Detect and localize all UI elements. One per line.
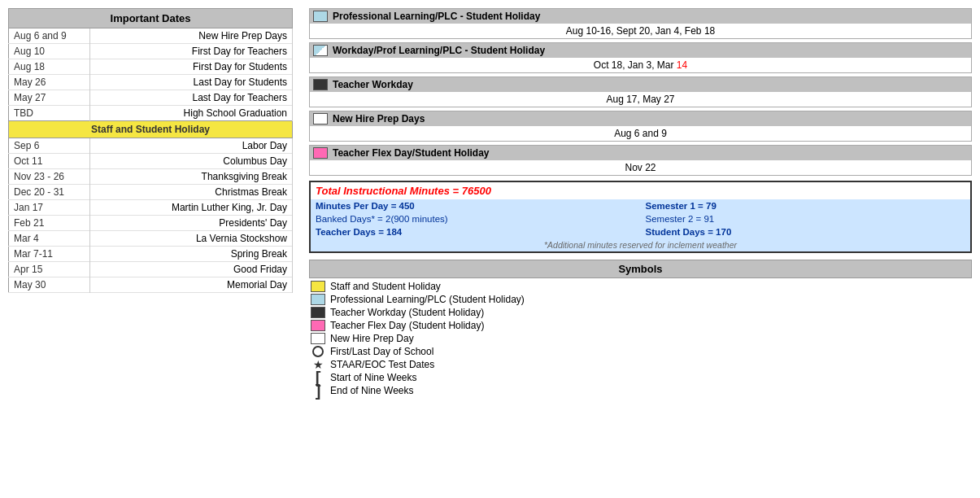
stats-mpd: Minutes Per Day = 450 — [311, 199, 641, 212]
event-date: Feb 21 — [9, 216, 90, 231]
table-row: May 30Memorial Day — [9, 277, 293, 293]
right-top: Professional Learning/PLC - Student Holi… — [309, 8, 972, 176]
legend-workday-header: Workday/Prof Learning/PLC - Student Holi… — [310, 43, 971, 58]
event-date: May 27 — [9, 90, 90, 106]
holiday-header: Staff and Student Holiday — [9, 121, 293, 138]
event-date: Oct 11 — [9, 154, 90, 169]
event-date: May 26 — [9, 75, 90, 90]
symbols-title: Symbols — [309, 260, 972, 278]
event-date: May 30 — [9, 277, 90, 293]
event-name: La Vernia Stockshow — [90, 231, 293, 247]
legend-plc-label: Professional Learning/PLC - Student Holi… — [333, 11, 540, 22]
event-date: Jan 17 — [9, 200, 90, 216]
left-panel: Important Dates Aug 6 and 9New Hire Prep… — [8, 8, 293, 490]
plc-swatch — [313, 11, 328, 22]
event-name: Columbus Day — [90, 154, 293, 169]
symbol-row: Staff and Student Holiday — [309, 280, 972, 293]
symbol-label: Professional Learning/PLC (Student Holid… — [330, 294, 525, 305]
table-row: May 26Last Day for Students — [9, 75, 293, 90]
legend-workday: Workday/Prof Learning/PLC - Student Holi… — [309, 42, 972, 73]
table-row: Aug 6 and 9New Hire Prep Days — [9, 28, 293, 44]
event-name: Last Day for Students — [90, 75, 293, 90]
table-row: Mar 4La Vernia Stockshow — [9, 231, 293, 247]
table-row: Mar 7-11Spring Break — [9, 247, 293, 262]
event-name: Presidents' Day — [90, 216, 293, 231]
stats-note: *Additional minutes reserved for incleme… — [311, 238, 970, 251]
stats-banked: Banked Days* = 2(900 minutes) — [311, 212, 641, 225]
stats-student-days: Student Days = 170 — [641, 225, 971, 238]
teacher-workday-swatch — [313, 79, 328, 90]
symbol-row: ]End of Nine Weeks — [309, 384, 972, 397]
table-row: Feb 21Presidents' Day — [9, 216, 293, 231]
table-row: Apr 15Good Friday — [9, 262, 293, 277]
workday-swatch — [313, 45, 328, 56]
legend-flex-day-header: Teacher Flex Day/Student Holiday — [310, 146, 971, 160]
stats-box: Total Instructional Minutes = 76500 Minu… — [309, 181, 972, 253]
event-date: Apr 15 — [9, 262, 90, 277]
event-name: Memorial Day — [90, 277, 293, 293]
event-date: Aug 6 and 9 — [9, 28, 90, 44]
symbol-label: Teacher Flex Day (Student Holiday) — [330, 320, 484, 331]
event-date: TBD — [9, 106, 90, 121]
legend-teacher-workday: Teacher Workday Aug 17, May 27 — [309, 76, 972, 107]
pink-icon — [311, 320, 325, 331]
symbol-label: Teacher Workday (Student Holiday) — [330, 307, 484, 318]
new-hire-swatch — [313, 113, 328, 124]
event-name: Labor Day — [90, 138, 293, 154]
event-date: Aug 18 — [9, 59, 90, 75]
event-name: Good Friday — [90, 262, 293, 277]
legend-new-hire-dates: Aug 6 and 9 — [310, 126, 971, 141]
table-row: Oct 11Columbus Day — [9, 154, 293, 169]
legend-plc: Professional Learning/PLC - Student Holi… — [309, 8, 972, 39]
symbol-label: Staff and Student Holiday — [330, 281, 441, 292]
symbol-row: Teacher Flex Day (Student Holiday) — [309, 319, 972, 332]
symbol-label: STAAR/EOC Test Dates — [330, 359, 434, 370]
event-name: First Day for Teachers — [90, 44, 293, 59]
symbols-section: Symbols Staff and Student HolidayProfess… — [309, 260, 972, 397]
stats-sem1: Semester 1 = 79 — [641, 199, 971, 212]
circle-icon — [311, 346, 325, 357]
symbol-row: Teacher Workday (Student Holiday) — [309, 306, 972, 319]
event-name: First Day for Students — [90, 59, 293, 75]
bracket-close-icon: ] — [311, 385, 325, 396]
event-date: Aug 10 — [9, 44, 90, 59]
stats-title: Total Instructional Minutes = 76500 — [311, 182, 970, 199]
event-name: Martin Luther King, Jr. Day — [90, 200, 293, 216]
event-date: Mar 4 — [9, 231, 90, 247]
legend-teacher-workday-dates: Aug 17, May 27 — [310, 92, 971, 107]
table-row: Jan 17Martin Luther King, Jr. Day — [9, 200, 293, 216]
legend-flex-day: Teacher Flex Day/Student Holiday Nov 22 — [309, 145, 972, 176]
symbol-label: First/Last Day of School — [330, 346, 433, 357]
table-row: May 27Last Day for Teachers — [9, 90, 293, 106]
stats-grid: Minutes Per Day = 450 Semester 1 = 79 Ba… — [311, 199, 970, 238]
event-date: Sep 6 — [9, 138, 90, 154]
symbol-row: ★STAAR/EOC Test Dates — [309, 358, 972, 371]
flex-day-swatch — [313, 147, 328, 159]
table-row: Nov 23 - 26Thanksgiving Break — [9, 169, 293, 185]
symbol-row: Professional Learning/PLC (Student Holid… — [309, 293, 972, 306]
blue-icon — [311, 294, 325, 305]
legend-new-hire-label: New Hire Prep Days — [333, 113, 425, 124]
event-name: Spring Break — [90, 247, 293, 262]
table-row: Aug 18First Day for Students — [9, 59, 293, 75]
stats-teacher-days: Teacher Days = 184 — [311, 225, 641, 238]
legend-workday-dates: Oct 18, Jan 3, Mar 14 — [310, 58, 971, 72]
white-icon — [311, 333, 325, 344]
legend-plc-dates: Aug 10-16, Sept 20, Jan 4, Feb 18 — [310, 24, 971, 38]
table-row: Sep 6Labor Day — [9, 138, 293, 154]
symbol-label: New Hire Prep Day — [330, 333, 414, 344]
black-icon — [311, 307, 325, 318]
symbols-list: Staff and Student HolidayProfessional Le… — [309, 280, 972, 397]
legend-new-hire: New Hire Prep Days Aug 6 and 9 — [309, 111, 972, 142]
legend-teacher-workday-header: Teacher Workday — [310, 77, 971, 92]
symbol-label: End of Nine Weeks — [330, 385, 414, 396]
symbol-label: Start of Nine Weeks — [330, 372, 417, 383]
table-row: Aug 10First Day for Teachers — [9, 44, 293, 59]
event-date: Dec 20 - 31 — [9, 185, 90, 200]
event-name: New Hire Prep Days — [90, 28, 293, 44]
symbol-row: First/Last Day of School — [309, 345, 972, 358]
table-row: TBDHigh School Graduation — [9, 106, 293, 121]
important-dates-table: Important Dates Aug 6 and 9New Hire Prep… — [8, 8, 293, 293]
symbol-row: New Hire Prep Day — [309, 332, 972, 345]
legend-new-hire-header: New Hire Prep Days — [310, 111, 971, 126]
